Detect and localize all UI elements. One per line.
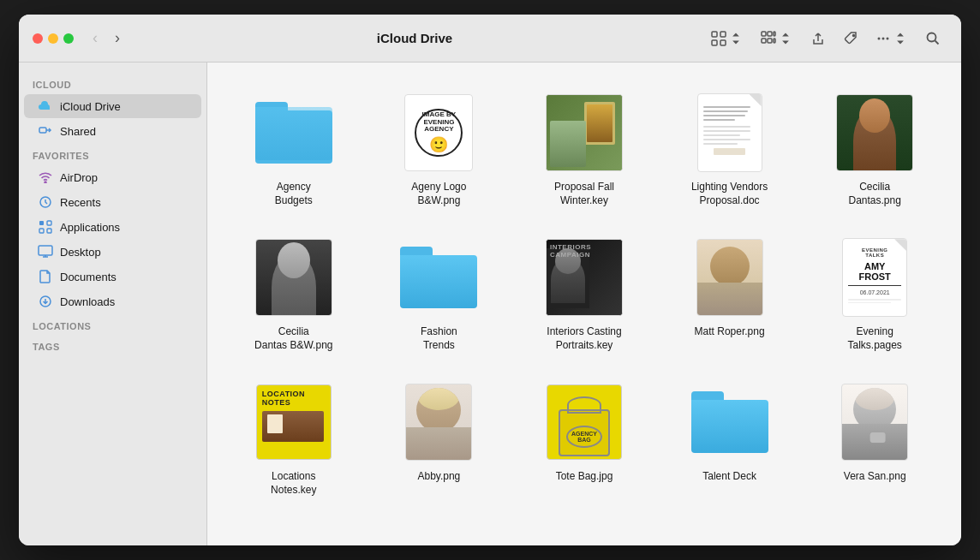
share-button[interactable] <box>804 27 833 51</box>
svg-rect-20 <box>39 229 44 233</box>
file-name-interiors: Interiors CastingPortraits.key <box>547 325 621 352</box>
file-name-evening-talks: EveningTalks.pages <box>848 325 902 352</box>
svg-rect-15 <box>39 128 46 133</box>
sidebar-item-downloads[interactable]: Downloads <box>24 289 201 313</box>
traffic-lights <box>33 33 74 44</box>
file-item-ageny-logo[interactable]: IMAGE BYEVENINGAGENCY 🙂 Ageny LogoB&W.pn… <box>373 83 505 214</box>
file-name-fashion-trends: FashionTrends <box>421 325 457 352</box>
files-grid: AgencyBudgets IMAGE BYEVENINGAGENCY 🙂 Ag… <box>228 83 941 504</box>
svg-rect-7 <box>768 39 772 43</box>
svg-point-14 <box>928 33 936 41</box>
svg-rect-22 <box>39 246 52 255</box>
file-name-vera-san: Vera San.png <box>844 470 906 484</box>
file-item-abby[interactable]: Abby.png <box>373 372 505 503</box>
sidebar-item-applications[interactable]: Applications <box>24 215 201 239</box>
toolbar: ‹ › iCloud Drive <box>19 15 961 63</box>
grid-icon <box>38 219 53 235</box>
svg-rect-0 <box>712 32 717 37</box>
file-item-fashion-trends[interactable]: FashionTrends <box>373 228 505 359</box>
sidebar-item-shared-label: Shared <box>60 125 96 138</box>
file-item-talent-deck[interactable]: Talent Deck <box>664 372 796 503</box>
file-item-locations-notes[interactable]: LOCATIONNOTES LocationsNotes.key <box>228 372 360 503</box>
svg-rect-5 <box>768 32 772 36</box>
file-thumb-fashion-trends <box>396 235 481 320</box>
svg-point-10 <box>853 34 855 36</box>
svg-point-11 <box>878 37 881 39</box>
svg-rect-19 <box>47 221 51 225</box>
sidebar-item-recents[interactable]: Recents <box>24 190 201 214</box>
file-thumb-tote-bag: AGENCYBAG <box>541 379 627 465</box>
toolbar-actions <box>704 27 947 51</box>
file-name-ageny-logo: Ageny LogoB&W.png <box>411 181 466 207</box>
file-item-lighting-vendors[interactable]: Lighting VendorsProposal.doc <box>664 83 796 214</box>
forward-button[interactable]: › <box>110 26 125 51</box>
file-name-cecilia-dantas: CeciliaDantas.png <box>849 181 901 207</box>
file-thumb-cecilia-dantas <box>832 90 917 176</box>
sidebar-section-favorites: Favorites <box>19 144 206 164</box>
file-name-cecilia-bw: CeciliaDantas B&W.png <box>254 325 332 352</box>
maximize-button[interactable] <box>63 33 74 44</box>
desktop-icon <box>38 244 53 259</box>
main-content: iCloud iCloud Drive Shared <box>19 63 961 545</box>
more-button[interactable] <box>869 27 915 51</box>
files-content: AgencyBudgets IMAGE BYEVENINGAGENCY 🙂 Ag… <box>207 63 961 545</box>
file-item-interiors[interactable]: INTERIORSCAMPAIGN Interiors CastingPortr… <box>518 228 650 359</box>
clock-icon <box>38 194 53 210</box>
back-button[interactable]: ‹ <box>87 26 103 51</box>
sidebar-item-documents[interactable]: Documents <box>24 265 201 289</box>
sidebar-item-airdrop-label: AirDrop <box>60 171 98 184</box>
file-thumb-abby <box>396 379 481 465</box>
tag-button[interactable] <box>836 27 865 51</box>
grid-view-button[interactable] <box>704 27 750 51</box>
file-thumb-cecilia-bw <box>251 235 337 320</box>
file-item-proposal-fall[interactable]: Proposal FallWinter.key <box>518 83 650 214</box>
file-item-tote-bag[interactable]: AGENCYBAG Tote Bag.jpg <box>518 372 650 503</box>
sidebar: iCloud iCloud Drive Shared <box>19 63 207 545</box>
sidebar-section-tags: Tags <box>19 335 206 355</box>
svg-rect-4 <box>762 32 766 36</box>
sidebar-item-desktop[interactable]: Desktop <box>24 240 201 264</box>
shared-icon <box>38 123 53 139</box>
group-view-button[interactable] <box>754 27 800 51</box>
svg-rect-8 <box>774 32 775 36</box>
svg-rect-2 <box>712 40 717 45</box>
file-name-tote-bag: Tote Bag.jpg <box>556 470 613 484</box>
sidebar-item-applications-label: Applications <box>60 221 120 234</box>
minimize-button[interactable] <box>48 33 58 44</box>
file-thumb-talent-deck <box>687 379 773 465</box>
file-name-talent-deck: Talent Deck <box>702 470 756 484</box>
file-item-vera-san[interactable]: Vera San.png <box>809 372 941 503</box>
sidebar-item-shared[interactable]: Shared <box>24 119 201 143</box>
file-name-lighting-vendors: Lighting VendorsProposal.doc <box>691 181 768 207</box>
search-button[interactable] <box>918 27 947 51</box>
file-name-agency-budgets: AgencyBudgets <box>275 181 313 207</box>
cloud-icon <box>38 98 53 114</box>
sidebar-item-recents-label: Recents <box>60 196 101 209</box>
svg-rect-18 <box>39 221 44 225</box>
file-item-matt-roper[interactable]: Matt Roper.png <box>664 228 796 359</box>
svg-rect-6 <box>762 39 766 43</box>
sidebar-item-documents-label: Documents <box>60 271 117 283</box>
sidebar-item-icloud-drive[interactable]: iCloud Drive <box>24 94 201 118</box>
sidebar-item-airdrop[interactable]: AirDrop <box>24 165 201 189</box>
wifi-icon <box>38 170 53 185</box>
file-thumb-interiors: INTERIORSCAMPAIGN <box>541 235 627 320</box>
window-title: iCloud Drive <box>132 31 697 45</box>
doc-icon <box>38 269 53 284</box>
file-name-locations-notes: LocationsNotes.key <box>271 470 316 497</box>
file-item-evening-talks[interactable]: EVENINGTALKS AMYFROST 06.07.2021 Evening… <box>809 228 941 359</box>
close-button[interactable] <box>33 33 43 44</box>
file-item-cecilia-dantas[interactable]: CeciliaDantas.png <box>809 83 941 214</box>
file-name-abby: Abby.png <box>417 470 460 484</box>
file-thumb-ageny-logo: IMAGE BYEVENINGAGENCY 🙂 <box>396 90 481 176</box>
file-item-cecilia-bw[interactable]: CeciliaDantas B&W.png <box>228 228 360 359</box>
file-name-matt-roper: Matt Roper.png <box>695 325 765 339</box>
svg-point-16 <box>45 182 46 183</box>
file-thumb-vera-san <box>832 379 917 465</box>
file-thumb-agency-budgets <box>251 90 337 176</box>
file-thumb-lighting-vendors <box>687 90 773 176</box>
download-icon <box>38 294 53 309</box>
svg-rect-3 <box>720 40 726 45</box>
file-item-agency-budgets[interactable]: AgencyBudgets <box>228 83 360 214</box>
finder-window: ‹ › iCloud Drive <box>19 15 961 545</box>
